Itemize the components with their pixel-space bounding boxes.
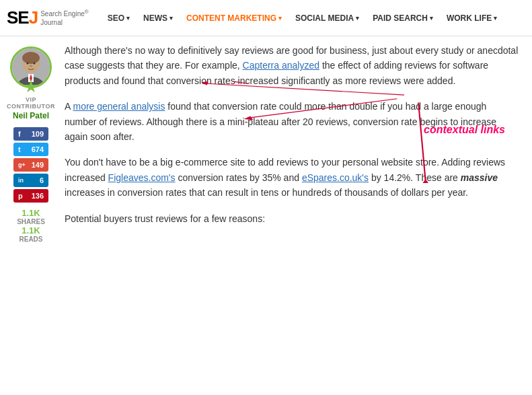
article-para-2: A more general analysis found that conve… bbox=[65, 99, 519, 144]
article-para-4: Potential buyers trust reviews for a few… bbox=[65, 211, 519, 226]
pinterest-count: 136 bbox=[32, 192, 44, 200]
wl-arrow: ▾ bbox=[494, 15, 497, 22]
linkedin-count: 6 bbox=[40, 176, 44, 184]
navbar: SEJ Search Engine® Journal SEO ▾ NEWS ▾ … bbox=[0, 0, 532, 36]
google-plus-share-btn[interactable]: g+ 149 bbox=[13, 158, 48, 172]
article-para-1: Although there's no way to definitively … bbox=[65, 43, 519, 88]
pinterest-icon: p bbox=[18, 192, 23, 200]
svg-point-5 bbox=[22, 52, 40, 64]
capterra-link[interactable]: Capterra analyzed bbox=[243, 60, 319, 71]
twitter-icon: t bbox=[18, 145, 21, 153]
svg-point-7 bbox=[34, 63, 36, 65]
nav-work-life[interactable]: WORK LIFE ▾ bbox=[440, 0, 504, 36]
para3-end: by 14.2%. These are bbox=[369, 172, 461, 183]
main-content: VIP CONTRIBUTOR Neil Patel f 109 t 674 g… bbox=[0, 36, 532, 250]
linkedin-icon: in bbox=[18, 177, 24, 184]
nav-news[interactable]: NEWS ▾ bbox=[137, 0, 180, 36]
author-name: Neil Patel bbox=[13, 111, 49, 120]
logo-j: J bbox=[29, 9, 38, 26]
nav-seo[interactable]: SEO ▾ bbox=[101, 0, 137, 36]
nav-social-media[interactable]: SOCIAL MEDIA ▾ bbox=[289, 0, 366, 36]
logo[interactable]: SEJ Search Engine® Journal bbox=[7, 9, 89, 26]
logo-journal: Journal bbox=[40, 19, 89, 27]
para4-text: Potential buyers trust reviews for a few… bbox=[65, 213, 265, 224]
facebook-share-btn[interactable]: f 109 bbox=[13, 127, 48, 141]
twitter-share-btn[interactable]: t 674 bbox=[13, 143, 48, 156]
svg-point-8 bbox=[30, 65, 32, 67]
linkedin-share-btn[interactable]: in 6 bbox=[13, 174, 48, 187]
cm-arrow: ▾ bbox=[278, 15, 282, 22]
nav-items: SEO ▾ NEWS ▾ CONTENT MARKETING ▾ SOCIAL … bbox=[101, 0, 504, 36]
reads-label: READS bbox=[17, 236, 45, 243]
article-body: Although there's no way to definitively … bbox=[55, 43, 525, 226]
para3-final: increases in conversion rates that can r… bbox=[65, 187, 468, 198]
reads-num: 1.1K bbox=[17, 225, 45, 236]
logo-search: Search Engine® bbox=[40, 9, 89, 18]
seo-arrow: ▾ bbox=[126, 15, 130, 22]
svg-point-6 bbox=[27, 63, 29, 65]
espares-link[interactable]: eSpares.co.uk's bbox=[302, 172, 369, 183]
nav-paid-search[interactable]: PAID SEARCH ▾ bbox=[366, 0, 440, 36]
para2-start: A bbox=[65, 101, 73, 112]
gplus-count: 149 bbox=[32, 161, 44, 169]
facebook-icon: f bbox=[18, 130, 21, 138]
nav-content-marketing[interactable]: CONTENT MARKETING ▾ bbox=[180, 0, 289, 36]
shares-area: 1.1K SHARES 1.1K READS bbox=[17, 208, 45, 243]
sidebar: VIP CONTRIBUTOR Neil Patel f 109 t 674 g… bbox=[7, 43, 55, 243]
ps-arrow: ▾ bbox=[430, 15, 433, 22]
logo-se: SE bbox=[7, 9, 29, 26]
general-analysis-link[interactable]: more general analysis bbox=[73, 101, 165, 112]
gplus-icon: g+ bbox=[18, 161, 26, 168]
vip-label: VIP CONTRIBUTOR bbox=[7, 96, 55, 110]
shares-label: SHARES bbox=[17, 218, 45, 225]
shares-num: 1.1K bbox=[17, 208, 45, 218]
social-buttons: f 109 t 674 g+ 149 in 6 p 136 bbox=[13, 127, 48, 203]
massive-text: massive bbox=[461, 172, 498, 183]
para3-mid: conversion rates by 35% and bbox=[176, 172, 302, 183]
logo-text: Search Engine® Journal bbox=[40, 9, 89, 26]
twitter-count: 674 bbox=[32, 145, 44, 153]
sm-arrow: ▾ bbox=[356, 15, 359, 22]
sej-logo: SEJ bbox=[7, 9, 38, 26]
facebook-count: 109 bbox=[32, 130, 44, 138]
news-arrow: ▾ bbox=[169, 15, 173, 22]
article-para-3: You don't have to be a big e-commerce si… bbox=[65, 155, 519, 200]
pinterest-share-btn[interactable]: p 136 bbox=[13, 189, 48, 203]
figleaves-link[interactable]: Figleaves.com's bbox=[108, 172, 176, 183]
